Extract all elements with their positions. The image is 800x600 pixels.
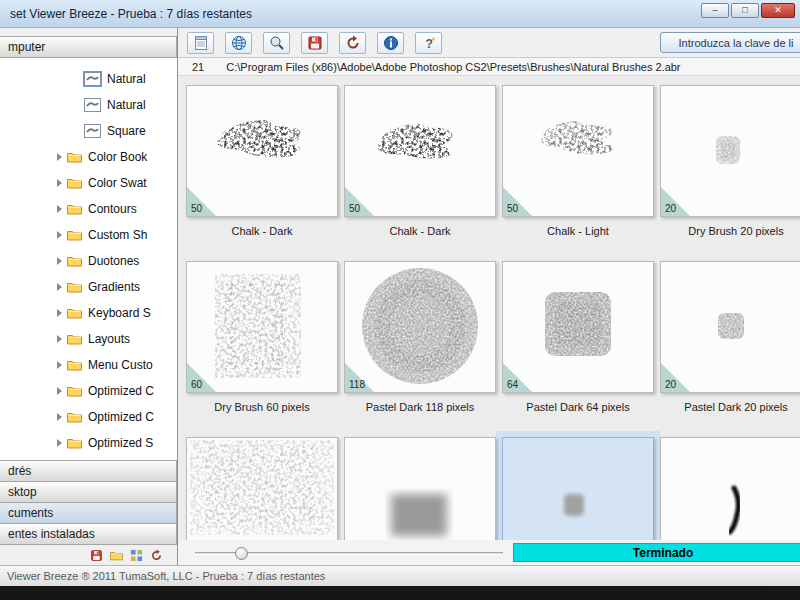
main-toolbar: ? Introduzca la clave de li bbox=[178, 28, 800, 58]
sidebar-panel-entes-instaladas[interactable]: entes instaladas bbox=[0, 523, 177, 545]
tree-item-natural[interactable]: Natural bbox=[0, 66, 177, 92]
title-bar[interactable]: set Viewer Breeze - Prueba : 7 días rest… bbox=[0, 0, 800, 28]
expand-arrow-icon[interactable] bbox=[57, 231, 62, 239]
brush-cell[interactable]: 50Chalk - Dark bbox=[344, 85, 496, 239]
brush-cell[interactable] bbox=[660, 437, 800, 540]
brush-preview-card[interactable]: 50 bbox=[344, 85, 496, 217]
grid-icon[interactable] bbox=[130, 549, 143, 562]
tree-item-natural[interactable]: Natural bbox=[0, 92, 177, 118]
brush-preview-card[interactable] bbox=[186, 437, 338, 540]
brush-cell[interactable]: 50Chalk - Light bbox=[502, 85, 654, 239]
expand-arrow-icon[interactable] bbox=[57, 257, 62, 265]
folder-icon bbox=[67, 177, 82, 189]
path-bar: 21 C:\Program Files (x86)\Adobe\Adobe Ph… bbox=[178, 58, 800, 76]
expand-arrow-icon[interactable] bbox=[57, 179, 62, 187]
tree-item-color-swat[interactable]: Color Swat bbox=[0, 170, 177, 196]
expand-arrow-icon[interactable] bbox=[57, 205, 62, 213]
folder-icon bbox=[67, 411, 82, 423]
brush-preview-card[interactable]: 50 bbox=[186, 85, 338, 217]
expand-arrow-icon[interactable] bbox=[57, 439, 62, 447]
save-icon[interactable] bbox=[90, 549, 103, 562]
refresh-button[interactable] bbox=[339, 32, 366, 54]
expand-arrow-icon[interactable] bbox=[57, 387, 62, 395]
brush-cell[interactable]: 118Pastel Dark 118 pixels bbox=[344, 261, 496, 415]
slider-thumb[interactable] bbox=[235, 547, 248, 560]
svg-text:?: ? bbox=[425, 36, 432, 50]
tree-item-keyboard-s[interactable]: Keyboard S bbox=[0, 300, 177, 326]
minimize-button[interactable]: – bbox=[701, 3, 729, 18]
brush-cell[interactable] bbox=[344, 437, 496, 540]
brush-cell[interactable]: 64Pastel Dark 64 pixels bbox=[502, 261, 654, 415]
sidebar-header-computer[interactable]: mputer bbox=[0, 36, 177, 58]
tree-item-label: Menu Custo bbox=[88, 358, 153, 372]
info-icon bbox=[383, 35, 399, 51]
tree-item-optimized-c[interactable]: Optimized C bbox=[0, 404, 177, 430]
brush-preview-card[interactable] bbox=[660, 437, 800, 540]
brush-cell[interactable] bbox=[186, 437, 338, 540]
expand-arrow-icon[interactable] bbox=[57, 309, 62, 317]
tree-item-label: Duotones bbox=[88, 254, 139, 268]
tree-item-label: Layouts bbox=[88, 332, 130, 346]
tree-item-gradients[interactable]: Gradients bbox=[0, 274, 177, 300]
window-title: set Viewer Breeze - Prueba : 7 días rest… bbox=[10, 7, 252, 21]
brush-preview-card[interactable]: 20 bbox=[660, 85, 800, 217]
tree-item-label: Gradients bbox=[88, 280, 140, 294]
status-progress-bar: Terminado bbox=[513, 543, 800, 562]
folder-icon[interactable] bbox=[110, 549, 123, 562]
brush-size-label: 60 bbox=[191, 379, 202, 390]
brush-cell[interactable]: 60Dry Brush 60 pixels bbox=[186, 261, 338, 415]
tree-item-duotones[interactable]: Duotones bbox=[0, 248, 177, 274]
brush-cell[interactable]: 20Dry Brush 20 pixels bbox=[660, 85, 800, 239]
maximize-button[interactable]: □ bbox=[731, 3, 759, 18]
refresh-icon[interactable] bbox=[150, 549, 163, 562]
brush-preview-card[interactable] bbox=[344, 437, 496, 540]
brush-cell[interactable]: 20Pastel Dark 20 pixels bbox=[660, 261, 800, 415]
tree-item-label: Color Swat bbox=[88, 176, 147, 190]
brush-name-label: Chalk - Dark bbox=[344, 225, 496, 239]
brush-name-label: Dry Brush 60 pixels bbox=[186, 401, 338, 415]
globe-button[interactable] bbox=[225, 32, 252, 54]
sidebar-panel-cuments[interactable]: cuments bbox=[0, 502, 177, 524]
brush-preview-card[interactable]: 60 bbox=[186, 261, 338, 393]
zoom-slider[interactable] bbox=[195, 552, 503, 555]
brush-file-icon bbox=[84, 98, 101, 112]
bottom-controls: Terminado bbox=[178, 540, 800, 565]
brush-cell[interactable]: 50Chalk - Dark bbox=[186, 85, 338, 239]
brush-size-corner: 50 bbox=[187, 186, 217, 216]
brush-preview-image bbox=[503, 438, 653, 540]
expand-arrow-icon[interactable] bbox=[57, 361, 62, 369]
desktop-strip bbox=[0, 586, 800, 600]
help-button[interactable]: ? bbox=[415, 32, 442, 54]
close-button[interactable]: ✕ bbox=[761, 3, 795, 18]
save-button[interactable] bbox=[301, 32, 328, 54]
brush-size-label: 50 bbox=[507, 203, 518, 214]
brush-cell[interactable] bbox=[502, 437, 654, 540]
expand-arrow-icon[interactable] bbox=[57, 413, 62, 421]
brush-preview-card[interactable]: 50 bbox=[502, 85, 654, 217]
tree-item-color-book[interactable]: Color Book bbox=[0, 144, 177, 170]
tree-item-label: Square bbox=[107, 124, 146, 138]
expand-arrow-icon[interactable] bbox=[57, 335, 62, 343]
tree-item-optimized-s[interactable]: Optimized S bbox=[0, 430, 177, 456]
brush-preview-card[interactable]: 118 bbox=[344, 261, 496, 393]
info-button[interactable] bbox=[377, 32, 404, 54]
report-button[interactable] bbox=[187, 32, 214, 54]
brush-preview-card[interactable] bbox=[502, 437, 654, 540]
sidebar-panel-sktop[interactable]: sktop bbox=[0, 481, 177, 503]
tree-item-custom-sh[interactable]: Custom Sh bbox=[0, 222, 177, 248]
tree-item-square[interactable]: Square bbox=[0, 118, 177, 144]
tree-item-label: Optimized S bbox=[88, 436, 153, 450]
expand-arrow-icon[interactable] bbox=[57, 283, 62, 291]
tree-item-label: Optimized C bbox=[88, 384, 154, 398]
tree-item-layouts[interactable]: Layouts bbox=[0, 326, 177, 352]
tree-item-contours[interactable]: Contours bbox=[0, 196, 177, 222]
search-button[interactable] bbox=[263, 32, 290, 54]
brush-preview-card[interactable]: 20 bbox=[660, 261, 800, 393]
license-key-button[interactable]: Introduzca la clave de li bbox=[660, 32, 800, 53]
sidebar-panel-drés[interactable]: drés bbox=[0, 460, 177, 482]
expand-arrow-icon[interactable] bbox=[57, 153, 62, 161]
tree-item-menu-custo[interactable]: Menu Custo bbox=[0, 352, 177, 378]
tree-item-optimized-c[interactable]: Optimized C bbox=[0, 378, 177, 404]
save-icon bbox=[307, 35, 323, 51]
brush-preview-card[interactable]: 64 bbox=[502, 261, 654, 393]
